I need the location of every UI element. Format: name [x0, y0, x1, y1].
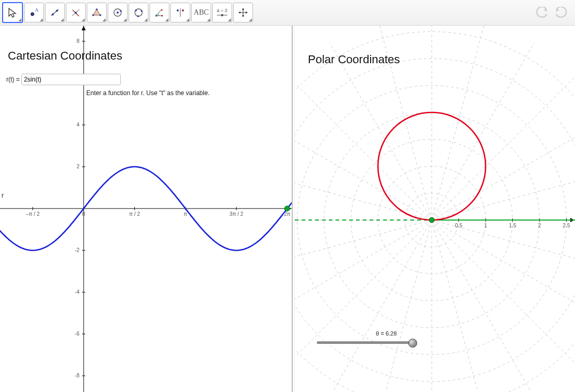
svg-marker-33: [238, 11, 240, 14]
svg-point-10: [99, 14, 101, 16]
svg-point-9: [96, 8, 98, 10]
svg-marker-31: [242, 8, 244, 10]
svg-line-84: [432, 167, 575, 220]
theta-readout: θ = 6.28: [376, 330, 397, 337]
theta-slider[interactable]: [317, 341, 414, 344]
cartesian-title: Cartesian Coordinates: [8, 49, 122, 63]
svg-point-26: [182, 9, 184, 11]
svg-line-106: [432, 220, 575, 273]
svg-line-100: [379, 220, 432, 392]
svg-line-85: [432, 118, 575, 220]
polar-title: Polar Coordinates: [308, 53, 400, 66]
svg-line-102: [432, 220, 485, 392]
perpendicular-tool[interactable]: [66, 3, 86, 22]
workspace: -8-6-4-22468–π–π / 20π / 2π3π / 22π5π / …: [0, 26, 575, 392]
svg-point-4: [56, 10, 58, 12]
redo-button[interactable]: [552, 5, 569, 20]
angle-tool[interactable]: [150, 3, 169, 22]
svg-text:π / 2: π / 2: [129, 211, 140, 217]
svg-text:8: 8: [76, 38, 79, 44]
svg-text:1.5: 1.5: [509, 223, 516, 228]
svg-text:-6: -6: [75, 331, 79, 337]
svg-marker-36: [556, 8, 559, 12]
circle-3pts-tool[interactable]: [129, 3, 148, 22]
svg-text:–π / 2: –π / 2: [26, 211, 40, 217]
svg-text:-8: -8: [75, 373, 79, 378]
theta-slider-thumb[interactable]: [408, 339, 417, 348]
text-tool[interactable]: ABC: [191, 3, 211, 22]
svg-line-93: [295, 118, 432, 220]
toolbar: A ABC a = 2: [0, 0, 575, 26]
svg-point-11: [92, 14, 94, 16]
svg-line-99: [329, 220, 432, 392]
polygon-tool[interactable]: [87, 3, 107, 22]
polar-pane[interactable]: 0.511.522.5 Polar Coordinates θ = 6.28: [295, 26, 575, 392]
move-tool[interactable]: [2, 2, 23, 23]
svg-point-82: [295, 32, 575, 393]
svg-point-75: [284, 206, 290, 211]
svg-text:3π / 2: 3π / 2: [229, 211, 244, 217]
svg-text:2: 2: [538, 223, 541, 228]
svg-text:2: 2: [76, 164, 79, 169]
reflection-tool[interactable]: [170, 3, 190, 22]
svg-text:-4: -4: [75, 289, 79, 295]
svg-point-3: [52, 14, 54, 16]
point-tool[interactable]: A: [24, 3, 44, 22]
svg-text:1: 1: [484, 223, 487, 228]
svg-point-23: [162, 15, 163, 17]
svg-line-103: [432, 220, 534, 392]
line-tool[interactable]: [45, 3, 65, 22]
svg-marker-32: [242, 15, 244, 17]
r-axis-label: r: [2, 192, 4, 199]
history-controls: [534, 5, 573, 20]
polar-plot: 0.511.522.5: [295, 26, 575, 392]
svg-point-21: [155, 15, 157, 17]
svg-line-104: [432, 220, 575, 365]
svg-point-17: [141, 10, 143, 12]
function-instruction: Enter a function for r. Use "t" as the v…: [86, 89, 210, 97]
svg-point-28: [221, 14, 223, 16]
move-view-tool[interactable]: [233, 3, 253, 22]
svg-line-96: [295, 220, 432, 273]
cartesian-pane[interactable]: -8-6-4-22468–π–π / 20π / 2π3π / 22π5π / …: [0, 26, 292, 392]
svg-marker-34: [246, 11, 248, 14]
svg-text:0.5: 0.5: [455, 223, 463, 228]
svg-point-0: [31, 13, 34, 16]
svg-line-97: [295, 220, 432, 322]
circle-center-tool[interactable]: [108, 3, 128, 22]
svg-line-87: [432, 43, 534, 220]
slider-tool-label: a = 2: [217, 8, 227, 13]
svg-text:-2: -2: [75, 247, 79, 253]
svg-marker-35: [544, 8, 547, 12]
svg-text:4: 4: [76, 122, 79, 128]
svg-text:0: 0: [82, 211, 85, 217]
svg-point-22: [161, 9, 163, 11]
svg-line-105: [432, 220, 575, 322]
svg-text:π: π: [183, 211, 187, 217]
svg-point-16: [135, 9, 137, 11]
slider-tool[interactable]: a = 2: [212, 3, 232, 22]
svg-text:2.5: 2.5: [563, 223, 570, 228]
svg-text:A: A: [35, 7, 39, 13]
undo-button[interactable]: [534, 5, 551, 20]
svg-line-92: [295, 75, 432, 220]
svg-point-25: [177, 9, 179, 11]
svg-line-91: [329, 43, 432, 220]
svg-line-86: [432, 75, 575, 220]
svg-line-88: [432, 26, 485, 220]
svg-point-122: [429, 217, 434, 223]
text-tool-label: ABC: [194, 8, 209, 17]
function-input[interactable]: [21, 74, 121, 85]
function-input-prefix: r(t) =: [6, 76, 20, 83]
svg-line-94: [295, 167, 432, 220]
svg-point-13: [117, 11, 119, 14]
function-input-wrap: r(t) =: [6, 74, 121, 85]
theta-slider-track: [317, 341, 414, 344]
svg-point-7: [75, 12, 77, 14]
svg-point-18: [137, 15, 139, 17]
svg-point-14: [120, 10, 122, 12]
svg-marker-40: [82, 26, 86, 30]
